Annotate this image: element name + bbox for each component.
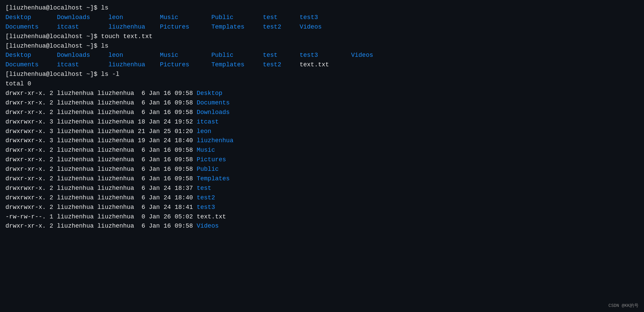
ll-perms: drwxr-xr-x. 2 liuzhenhua liuzhenhua 6 Ja…	[5, 156, 197, 163]
ls-item: Music	[160, 14, 178, 21]
ll-filename: Downloads	[197, 109, 230, 116]
ls-output-row: Desktop Downloads leon Music Public test…	[5, 51, 639, 60]
ls-item: Videos	[351, 52, 373, 59]
ls-item: Pictures	[160, 61, 189, 68]
ls-item: test	[263, 14, 277, 21]
ll-output-row: drwxrwxr-x. 3 liuzhenhua liuzhenhua 19 J…	[5, 136, 639, 146]
ll-output-row: -rw-rw-r--. 1 liuzhenhua liuzhenhua 0 Ja…	[5, 212, 639, 222]
ls-item: test3	[300, 52, 318, 59]
ll-filename: Documents	[197, 99, 230, 106]
ll-filename: test	[197, 185, 211, 192]
ls-item: text.txt	[300, 61, 329, 68]
ll-perms: drwxr-xr-x. 2 liuzhenhua liuzhenhua 6 Ja…	[5, 109, 197, 116]
ls-item: Pictures	[160, 23, 189, 30]
ls-item: Templates	[211, 61, 244, 68]
ll-filename: Music	[197, 147, 215, 153]
ll-output-row: drwxrwxr-x. 3 liuzhenhua liuzhenhua 21 J…	[5, 127, 639, 136]
ls-item: Videos	[300, 23, 322, 30]
ls-item: liuzhenhua	[108, 23, 145, 30]
prompt-line: [liuzhenhua@localhost ~]$ ls -l	[5, 70, 639, 79]
ll-output-row: drwxr-xr-x. 2 liuzhenhua liuzhenhua 6 Ja…	[5, 98, 639, 108]
ll-output-row: drwxrwxr-x. 2 liuzhenhua liuzhenhua 6 Ja…	[5, 193, 639, 203]
ls-item: Desktop	[5, 52, 31, 59]
prompt-line: [liuzhenhua@localhost ~]$ touch text.txt	[5, 32, 639, 42]
ll-filename: text.txt	[197, 213, 226, 220]
ls-item: test2	[263, 61, 281, 68]
ll-perms: drwxr-xr-x. 2 liuzhenhua liuzhenhua 6 Ja…	[5, 99, 197, 106]
ll-perms: drwxr-xr-x. 2 liuzhenhua liuzhenhua 6 Ja…	[5, 147, 197, 153]
ls-item: itcast	[57, 61, 79, 68]
ll-output-row: drwxr-xr-x. 2 liuzhenhua liuzhenhua 6 Ja…	[5, 146, 639, 155]
ls-item: Documents	[5, 61, 38, 68]
ls-item: test	[263, 52, 277, 59]
ls-item: Documents	[5, 23, 38, 30]
ls-output-row: Documents itcast liuzhenhua Pictures Tem…	[5, 60, 639, 70]
ll-perms: drwxrwxr-x. 3 liuzhenhua liuzhenhua 19 J…	[5, 137, 197, 144]
ll-filename: Public	[197, 166, 219, 173]
ll-output-row: drwxr-xr-x. 2 liuzhenhua liuzhenhua 6 Ja…	[5, 155, 639, 165]
ls-item: liuzhenhua	[108, 61, 145, 68]
ls-item: leon	[108, 52, 123, 59]
terminal: [liuzhenhua@localhost ~]$ ls Desktop Dow…	[5, 3, 639, 231]
ll-perms: drwxrwxr-x. 2 liuzhenhua liuzhenhua 6 Ja…	[5, 185, 197, 192]
ll-perms: drwxrwxr-x. 3 liuzhenhua liuzhenhua 18 J…	[5, 118, 197, 125]
ls-item: leon	[108, 14, 123, 21]
ll-filename: Pictures	[197, 156, 226, 163]
ll-output-row: drwxr-xr-x. 2 liuzhenhua liuzhenhua 6 Ja…	[5, 174, 639, 184]
ll-filename: Templates	[197, 175, 230, 182]
ll-perms: drwxrwxr-x. 2 liuzhenhua liuzhenhua 6 Ja…	[5, 194, 197, 201]
ll-perms: drwxr-xr-x. 2 liuzhenhua liuzhenhua 6 Ja…	[5, 223, 197, 229]
ls-item: test3	[300, 14, 318, 21]
ls-item: Downloads	[57, 52, 90, 59]
ll-perms: drwxr-xr-x. 2 liuzhenhua liuzhenhua 6 Ja…	[5, 175, 197, 182]
ll-filename: leon	[197, 128, 211, 135]
ls-item: test2	[263, 23, 281, 30]
ll-perms: drwxr-xr-x. 2 liuzhenhua liuzhenhua 6 Ja…	[5, 166, 197, 173]
ll-filename: test3	[197, 204, 215, 211]
prompt-line: [liuzhenhua@localhost ~]$ ls	[5, 42, 639, 51]
ll-output-row: drwxrwxr-x. 3 liuzhenhua liuzhenhua 18 J…	[5, 117, 639, 127]
ls-item: itcast	[57, 23, 79, 30]
watermark: CSDN @KK的号	[609, 302, 639, 309]
ls-output-row: Documents itcast liuzhenhua Pictures Tem…	[5, 22, 639, 32]
ll-perms: drwxrwxr-x. 2 liuzhenhua liuzhenhua 6 Ja…	[5, 204, 197, 211]
ll-output-row: drwxr-xr-x. 2 liuzhenhua liuzhenhua 6 Ja…	[5, 221, 639, 231]
ll-output-row: drwxr-xr-x. 2 liuzhenhua liuzhenhua 6 Ja…	[5, 165, 639, 174]
ls-item: Downloads	[57, 14, 90, 21]
ll-filename: itcast	[197, 118, 219, 125]
ll-perms: drwxrwxr-x. 3 liuzhenhua liuzhenhua 21 J…	[5, 128, 197, 135]
plain-line: total 0	[5, 79, 639, 89]
ll-filename: Videos	[197, 223, 219, 229]
ls-item: Templates	[211, 23, 244, 30]
ls-item: Music	[160, 52, 178, 59]
ls-item: Desktop	[5, 14, 31, 21]
ls-item: Public	[211, 52, 234, 59]
ls-output-row: Desktop Downloads leon Music Public test…	[5, 13, 639, 22]
ll-perms: drwxr-xr-x. 2 liuzhenhua liuzhenhua 6 Ja…	[5, 90, 197, 97]
ll-output-row: drwxr-xr-x. 2 liuzhenhua liuzhenhua 6 Ja…	[5, 89, 639, 98]
ll-filename: Desktop	[197, 90, 223, 97]
ls-item: Public	[211, 14, 234, 21]
ll-filename: test2	[197, 194, 215, 201]
ll-output-row: drwxrwxr-x. 2 liuzhenhua liuzhenhua 6 Ja…	[5, 203, 639, 212]
ll-perms: -rw-rw-r--. 1 liuzhenhua liuzhenhua 0 Ja…	[5, 213, 197, 220]
ll-filename: liuzhenhua	[197, 137, 234, 144]
ll-output-row: drwxr-xr-x. 2 liuzhenhua liuzhenhua 6 Ja…	[5, 108, 639, 117]
ll-output-row: drwxrwxr-x. 2 liuzhenhua liuzhenhua 6 Ja…	[5, 184, 639, 193]
prompt-line: [liuzhenhua@localhost ~]$ ls	[5, 3, 639, 13]
